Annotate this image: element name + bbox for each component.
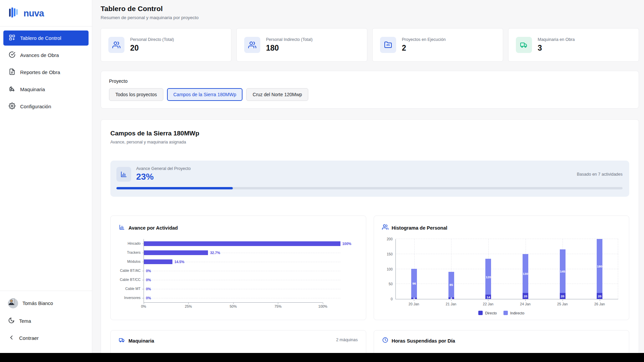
user-name: Tomás Bianco bbox=[22, 301, 53, 306]
bar-chart-icon bbox=[116, 167, 131, 182]
sidebar-item-label: Tablero de Control bbox=[20, 35, 61, 41]
sidebar-footer: Tomás Bianco Tema Contraer bbox=[0, 291, 92, 362]
progress-label: Avance General del Proyecto bbox=[136, 166, 191, 171]
brand-name: nuva bbox=[23, 8, 44, 19]
check-circle-icon bbox=[9, 51, 15, 59]
vbar-column: 856 bbox=[448, 239, 454, 299]
hbar-x-axis: 0%25%50%75%100% bbox=[144, 302, 323, 310]
brand-logo[interactable]: nuva bbox=[0, 0, 92, 26]
hbar-row: Hincado100% bbox=[119, 239, 340, 248]
vbar-column: 13020 bbox=[523, 239, 528, 299]
kpi-value: 180 bbox=[266, 44, 313, 53]
sidebar-item-maquinaria[interactable]: Maquinaria bbox=[3, 82, 89, 97]
hbar-bar bbox=[144, 241, 340, 246]
collapse-label: Contraer bbox=[19, 335, 39, 341]
kpi-label: Maquinaria en Obra bbox=[538, 37, 575, 42]
hbar-row: Trackers32.7% bbox=[119, 248, 340, 257]
collapse-sidebar-button[interactable]: Contraer bbox=[6, 332, 86, 344]
users-icon bbox=[244, 37, 260, 53]
filter-option-campos-sierra[interactable]: Campos de la Sierra 180MWp bbox=[167, 88, 243, 101]
hbar-row: Módulos14.5% bbox=[119, 257, 340, 266]
project-title: Campos de la Sierra 180MWp bbox=[110, 130, 629, 137]
hbar-row: Cable BT/AC0% bbox=[119, 266, 340, 275]
vbar-plot: 05010015020096585612014130201452018020 2… bbox=[382, 239, 621, 315]
hbar-plot: Hincado100%Trackers32.7%Módulos14.5%Cabl… bbox=[119, 239, 358, 310]
page-subtitle: Resumen de personal y maquinaria por pro… bbox=[101, 15, 639, 20]
kpi-card-personal-directo: Personal Directo (Total) 20 bbox=[101, 28, 231, 62]
tractor-icon bbox=[9, 85, 15, 93]
sidebar-item-reportes[interactable]: Reportes de Obra bbox=[3, 65, 89, 80]
project-filter-card: Proyecto Todos los proyectos Campos de l… bbox=[101, 71, 639, 109]
kpi-value: 2 bbox=[402, 44, 446, 53]
bottom-black-bar bbox=[0, 353, 644, 362]
vbar-column: 12014 bbox=[485, 239, 491, 299]
legend-item-directo[interactable]: Directo bbox=[478, 311, 497, 315]
folder-icon bbox=[380, 37, 396, 53]
chart-title: Histograma de Personal bbox=[392, 225, 447, 231]
kpi-value: 3 bbox=[538, 44, 575, 53]
progress-banner: Avance General del Proyecto 23% Basado e… bbox=[110, 161, 629, 197]
vbar-column: 18020 bbox=[597, 239, 602, 299]
theme-toggle[interactable]: Tema bbox=[6, 315, 86, 327]
sidebar-item-label: Configuración bbox=[20, 104, 51, 109]
vbar-column: 965 bbox=[411, 239, 417, 299]
sidebar-item-tablero[interactable]: Tablero de Control bbox=[3, 31, 89, 46]
project-subtitle: Avance, personal y maquinaria asignada bbox=[110, 140, 629, 144]
chart-avance-actividad: Avance por Actividad Hincado100%Trackers… bbox=[110, 216, 366, 320]
progress-value: 23% bbox=[136, 172, 191, 182]
sidebar-item-label: Reportes de Obra bbox=[20, 69, 60, 75]
progress-bar-fill bbox=[116, 187, 233, 189]
kpi-card-personal-indirecto: Personal Indirecto (Total) 180 bbox=[236, 28, 367, 62]
bar-chart-icon bbox=[119, 224, 125, 232]
kpi-value: 20 bbox=[130, 44, 174, 53]
filter-buttons: Todos los proyectos Campos de la Sierra … bbox=[109, 88, 631, 101]
kpi-label: Personal Directo (Total) bbox=[130, 37, 174, 42]
chart-legend: DirectoIndirecto bbox=[382, 311, 621, 315]
vbar-x-axis: 20 Jan21 Jan22 Jan24 Jan25 Jan26 Jan bbox=[395, 299, 619, 306]
filter-option-cruz-norte[interactable]: Cruz del Norte 120Mwp bbox=[246, 88, 308, 101]
legend-item-indirecto[interactable]: Indirecto bbox=[503, 311, 524, 315]
chart-histograma-personal: Histograma de Personal 05010015020096585… bbox=[374, 216, 630, 320]
sidebar-item-label: Avances de Obra bbox=[20, 52, 59, 58]
filter-label: Proyecto bbox=[109, 78, 631, 84]
progress-bar bbox=[116, 187, 623, 189]
sidebar-nav: Tablero de Control Avances de Obra Repor… bbox=[0, 26, 92, 119]
hbar-row: Cable MT0% bbox=[119, 284, 340, 293]
charts-row: Avance por Actividad Hincado100%Trackers… bbox=[110, 216, 629, 320]
kpi-label: Personal Indirecto (Total) bbox=[266, 37, 313, 42]
machine-count-badge: 2 máquinas bbox=[336, 337, 358, 342]
card-title: Horas Suspendidas por Día bbox=[392, 338, 455, 344]
page-title: Tablero de Control bbox=[101, 5, 639, 13]
project-detail-card: Campos de la Sierra 180MWp Avance, perso… bbox=[101, 119, 639, 362]
user-menu[interactable]: Tomás Bianco bbox=[6, 296, 86, 310]
sidebar: nuva Tablero de Control Avances de Obra bbox=[0, 0, 92, 362]
main-content: Tablero de Control Resumen de personal y… bbox=[92, 0, 644, 362]
users-icon bbox=[382, 224, 388, 232]
avatar bbox=[8, 298, 18, 308]
hbar-row: Inversores0% bbox=[119, 293, 340, 302]
theme-label: Tema bbox=[19, 318, 31, 324]
kpi-label: Proyectos en Ejecución bbox=[402, 37, 446, 42]
truck-icon bbox=[516, 37, 532, 53]
hbar-bar bbox=[144, 250, 208, 255]
kpi-card-proyectos: Proyectos en Ejecución 2 bbox=[372, 28, 503, 62]
card-title: Maquinaria bbox=[128, 338, 154, 344]
moon-icon bbox=[8, 317, 15, 325]
dashboard-icon bbox=[9, 34, 15, 42]
vbar-column: 14520 bbox=[560, 239, 566, 299]
chart-title: Avance por Actividad bbox=[128, 225, 178, 231]
hbar-row: Cable BT/CC0% bbox=[119, 275, 340, 284]
sidebar-item-avances[interactable]: Avances de Obra bbox=[3, 48, 89, 63]
users-icon bbox=[108, 37, 124, 53]
hbar-bar bbox=[144, 259, 172, 264]
filter-option-todos[interactable]: Todos los proyectos bbox=[109, 88, 163, 101]
document-icon bbox=[9, 68, 15, 76]
sidebar-item-label: Maquinaria bbox=[20, 86, 45, 92]
chevron-left-icon bbox=[8, 334, 15, 342]
truck-icon bbox=[119, 337, 125, 345]
gear-icon bbox=[9, 103, 15, 110]
sidebar-item-configuracion[interactable]: Configuración bbox=[3, 99, 89, 114]
progress-note: Basado en 7 actividades bbox=[577, 172, 623, 177]
kpi-row: Personal Directo (Total) 20 Personal Ind… bbox=[101, 28, 639, 62]
clock-icon bbox=[382, 337, 388, 345]
